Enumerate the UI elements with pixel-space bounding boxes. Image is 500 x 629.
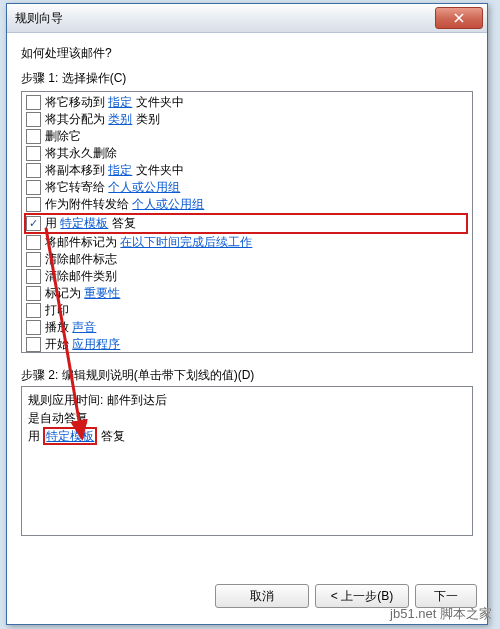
action-option[interactable]: 清除邮件类别 [26,268,468,285]
action-option[interactable]: 将副本移到 指定 文件夹中 [26,162,468,179]
action-option[interactable]: 标记为 重要性 [26,285,468,302]
action-link[interactable]: 声音 [72,320,96,334]
desc-line3: 用 特定模板 答复 [28,427,466,445]
close-icon [454,13,464,23]
action-checkbox[interactable] [26,129,41,144]
action-checkbox[interactable] [26,252,41,267]
action-checkbox[interactable] [26,303,41,318]
cancel-button[interactable]: 取消 [215,584,309,608]
rule-description-box[interactable]: 规则应用时间: 邮件到达后 是自动答复 用 特定模板 答复 [21,386,473,536]
action-option[interactable]: 将邮件标记为 在以下时间完成后续工作 [26,234,468,251]
template-link[interactable]: 特定模板 [43,427,97,445]
action-label: 将它移动到 指定 文件夹中 [45,94,184,111]
action-checkbox[interactable] [26,320,41,335]
prompt-text: 如何处理该邮件? [21,45,473,62]
action-link[interactable]: 个人或公用组 [108,180,180,194]
action-option[interactable]: 将其分配为 类别 类别 [26,111,468,128]
action-link[interactable]: 应用程序 [72,337,120,351]
action-link[interactable]: 指定 [108,163,132,177]
desc-line1: 规则应用时间: 邮件到达后 [28,391,466,409]
action-checkbox[interactable] [26,146,41,161]
action-link[interactable]: 个人或公用组 [132,197,204,211]
action-option[interactable]: 删除它 [26,128,468,145]
action-label: 将其分配为 类别 类别 [45,111,160,128]
actions-listbox[interactable]: 将它移动到 指定 文件夹中将其分配为 类别 类别删除它将其永久删除将副本移到 指… [21,91,473,353]
action-label: 将邮件标记为 在以下时间完成后续工作 [45,234,252,251]
action-option[interactable]: 打印 [26,302,468,319]
action-option[interactable]: 将它转寄给 个人或公用组 [26,179,468,196]
close-button[interactable] [435,7,483,29]
watermark: jb51.net 脚本之家 [390,605,492,623]
action-option[interactable]: 将它移动到 指定 文件夹中 [26,94,468,111]
action-link[interactable]: 类别 [108,112,132,126]
dialog-body: 如何处理该邮件? 步骤 1: 选择操作(C) 将它移动到 指定 文件夹中将其分配… [7,33,487,574]
action-link[interactable]: 在以下时间完成后续工作 [120,235,252,249]
action-label: 清除邮件类别 [45,268,117,285]
action-label: 将其永久删除 [45,145,117,162]
action-label: 清除邮件标志 [45,251,117,268]
action-label: 标记为 重要性 [45,285,120,302]
step2-label: 步骤 2: 编辑规则说明(单击带下划线的值)(D) [21,367,473,384]
action-label: 将副本移到 指定 文件夹中 [45,162,184,179]
action-option[interactable]: 将其永久删除 [26,145,468,162]
desc-line2: 是自动答复 [28,409,466,427]
action-option[interactable]: 作为附件转发给 个人或公用组 [26,196,468,213]
action-option[interactable]: 用 特定模板 答复 [24,213,468,234]
action-checkbox[interactable] [26,180,41,195]
action-label: 将它转寄给 个人或公用组 [45,179,180,196]
action-checkbox[interactable] [26,269,41,284]
action-checkbox[interactable] [26,197,41,212]
action-checkbox[interactable] [26,235,41,250]
action-label: 用 特定模板 答复 [45,215,136,232]
step1-label: 步骤 1: 选择操作(C) [21,70,473,87]
action-link[interactable]: 重要性 [84,286,120,300]
action-checkbox[interactable] [26,286,41,301]
rules-wizard-dialog: 规则向导 如何处理该邮件? 步骤 1: 选择操作(C) 将它移动到 指定 文件夹… [6,3,488,625]
action-checkbox[interactable] [26,216,41,231]
action-checkbox[interactable] [26,95,41,110]
action-option[interactable]: 播放 声音 [26,319,468,336]
action-checkbox[interactable] [26,112,41,127]
action-option[interactable]: 清除邮件标志 [26,251,468,268]
action-label: 删除它 [45,128,81,145]
action-label: 开始 应用程序 [45,336,120,353]
action-link[interactable]: 特定模板 [60,216,108,230]
action-label: 打印 [45,302,69,319]
window-title: 规则向导 [15,10,63,27]
action-label: 播放 声音 [45,319,96,336]
action-checkbox[interactable] [26,337,41,352]
action-link[interactable]: 指定 [108,95,132,109]
action-checkbox[interactable] [26,163,41,178]
action-label: 作为附件转发给 个人或公用组 [45,196,204,213]
titlebar[interactable]: 规则向导 [7,4,487,33]
action-option[interactable]: 开始 应用程序 [26,336,468,353]
